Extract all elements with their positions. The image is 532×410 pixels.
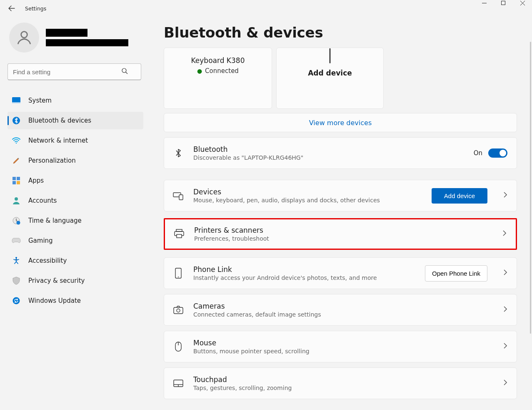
sidebar-item-label: Accounts [28, 197, 57, 204]
bluetooth-icon [12, 116, 21, 125]
svg-point-1 [21, 32, 27, 38]
setting-title: Bluetooth [193, 145, 465, 153]
device-card-keyboard[interactable]: Keyboard K380 ● Connected [164, 48, 272, 109]
sidebar-item-label: System [28, 97, 52, 104]
search-icon [121, 68, 128, 76]
sidebar-item-label: Time & language [28, 217, 82, 224]
sidebar-item-label: Network & internet [28, 137, 88, 144]
sidebar-item-gaming[interactable]: Gaming [7, 232, 143, 249]
sidebar-item-privacy[interactable]: Privacy & security [7, 272, 143, 289]
setting-title: Cameras [193, 302, 494, 310]
svg-rect-17 [179, 195, 183, 200]
svg-rect-23 [174, 307, 183, 314]
back-arrow-icon [8, 5, 15, 12]
chevron-right-icon [503, 269, 507, 277]
chevron-right-icon [503, 379, 507, 387]
sidebar-item-time-language[interactable]: Time & language [7, 212, 143, 229]
setting-title: Mouse [193, 339, 494, 347]
maximize-button[interactable] [494, 0, 513, 13]
devices-icon [172, 190, 184, 201]
sidebar-item-label: Privacy & security [28, 277, 85, 284]
sidebar-item-apps[interactable]: Apps [7, 172, 143, 189]
phone-link-card[interactable]: Phone Link Instantly access your Android… [164, 257, 517, 289]
svg-point-24 [177, 309, 180, 312]
camera-icon [172, 304, 184, 316]
setting-subtitle: Discoverable as "LAPTOP-KLRG46HG" [193, 154, 465, 161]
mouse-card[interactable]: Mouse Buttons, mouse pointer speed, scro… [164, 331, 517, 362]
open-phone-link-button[interactable]: Open Phone Link [425, 265, 487, 282]
svg-point-22 [178, 277, 179, 277]
svg-point-2 [122, 68, 126, 73]
nav: System Bluetooth & devices Network & int… [7, 92, 144, 309]
svg-rect-8 [17, 177, 20, 180]
setting-title: Devices [193, 188, 422, 196]
bluetooth-toggle[interactable] [488, 148, 507, 158]
svg-rect-20 [177, 234, 182, 238]
window-title: Settings [25, 5, 46, 12]
svg-point-15 [13, 297, 20, 304]
svg-point-13 [17, 221, 20, 225]
svg-rect-4 [12, 102, 20, 103]
printer-icon [173, 228, 185, 240]
profile-name-redacted [46, 29, 128, 46]
sidebar-item-bluetooth-devices[interactable]: Bluetooth & devices [7, 112, 143, 129]
setting-subtitle: Buttons, mouse pointer speed, scrolling [193, 348, 494, 355]
chevron-right-icon [502, 230, 507, 238]
plus-icon: │ [326, 48, 334, 62]
add-device-card[interactable]: │ Add device [276, 48, 384, 109]
sidebar-item-label: Bluetooth & devices [28, 117, 91, 124]
sidebar-item-system[interactable]: System [7, 92, 143, 109]
printers-scanners-card[interactable]: Printers & scanners Preferences, trouble… [164, 218, 517, 250]
setting-subtitle: Taps, gestures, scrolling, zooming [193, 385, 494, 391]
sidebar-item-network[interactable]: Network & internet [7, 132, 143, 149]
back-button[interactable] [7, 4, 16, 13]
profile-block[interactable] [7, 21, 144, 54]
wifi-icon [12, 136, 21, 145]
main-content: Bluetooth & devices Keyboard K380 ● Conn… [151, 17, 532, 410]
add-device-button[interactable]: Add device [432, 188, 487, 204]
phone-icon [172, 267, 184, 279]
chevron-right-icon [503, 306, 507, 314]
accessibility-icon [12, 256, 21, 265]
sidebar-item-label: Personalization [28, 157, 76, 164]
sidebar-item-personalization[interactable]: Personalization [7, 152, 143, 169]
sidebar-item-label: Accessibility [28, 257, 67, 264]
cameras-card[interactable]: Cameras Connected cameras, default image… [164, 294, 517, 326]
sidebar-item-label: Windows Update [28, 297, 81, 304]
view-more-devices-link[interactable]: View more devices [164, 113, 517, 132]
shield-icon [12, 276, 21, 285]
person-icon [15, 29, 33, 46]
setting-subtitle: Instantly access your Android device's p… [193, 274, 416, 281]
svg-rect-18 [176, 229, 182, 231]
setting-title: Phone Link [193, 265, 416, 274]
bluetooth-toggle-card[interactable]: Bluetooth Discoverable as "LAPTOP-KLRG46… [164, 137, 517, 169]
scrollbar[interactable] [530, 42, 531, 334]
svg-rect-9 [12, 181, 16, 184]
setting-title: Touchpad [193, 375, 494, 384]
close-button[interactable] [513, 0, 532, 13]
devices-card[interactable]: Devices Mouse, keyboard, pen, audio, dis… [164, 180, 517, 211]
sidebar-item-windows-update[interactable]: Windows Update [7, 292, 143, 309]
window-controls [475, 0, 532, 13]
minimize-button[interactable] [475, 0, 494, 13]
mouse-icon [172, 341, 184, 352]
touchpad-card[interactable]: Touchpad Taps, gestures, scrolling, zoom… [164, 367, 517, 399]
update-icon [12, 296, 21, 305]
page-title: Bluetooth & devices [164, 24, 517, 41]
device-name: Keyboard K380 [164, 56, 272, 65]
sidebar-item-label: Apps [28, 177, 44, 184]
accounts-icon [12, 196, 21, 205]
add-device-label: Add device [308, 69, 352, 77]
chevron-right-icon [503, 342, 507, 351]
sidebar-item-accessibility[interactable]: Accessibility [7, 252, 143, 269]
svg-point-6 [16, 143, 17, 144]
chevron-right-icon [503, 191, 507, 200]
search-box[interactable] [7, 63, 144, 80]
setting-subtitle: Mouse, keyboard, pen, audio, displays an… [193, 197, 422, 204]
sidebar: System Bluetooth & devices Network & int… [0, 17, 151, 410]
bluetooth-outline-icon [172, 147, 184, 159]
sidebar-item-accounts[interactable]: Accounts [7, 192, 143, 209]
clock-globe-icon [12, 216, 21, 225]
system-icon [12, 96, 21, 105]
device-status: ● Connected [164, 67, 272, 75]
